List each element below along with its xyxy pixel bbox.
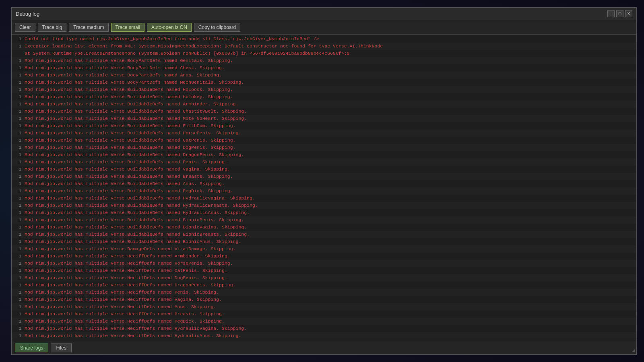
trace-medium-button[interactable]: Trace medium [69,23,108,32]
log-text: Mod rim.job.world has multiple Verse.Dam… [25,246,635,252]
log-row: 1Mod rim.job.world has multiple Verse.Bu… [12,137,636,144]
log-count: 1 [13,144,25,151]
log-text: Mod rim.job.world has multiple Verse.Bui… [25,130,635,136]
log-row: 1Mod rim.job.world has multiple Verse.Bu… [12,86,636,93]
log-count: 1 [13,202,25,209]
log-count: 1 [13,217,25,223]
log-text: Mod rim.job.world has multiple Verse.Bui… [25,94,635,100]
log-row: at System.RuntimeType.CreateInstanceMono… [12,50,636,57]
title-bar: Debug log _ □ X [12,8,636,20]
log-row: 1Mod rim.job.world has multiple Verse.Bo… [12,79,636,86]
log-text: Mod rim.job.world has multiple Verse.Hed… [25,304,635,310]
trace-small-button[interactable]: Trace small [111,23,145,32]
debug-window: Debug log _ □ X Clear Trace big Trace me… [11,7,637,355]
log-row: 1Could not find type named rjw.JobGiver_… [12,35,636,43]
log-count: 1 [13,325,25,332]
log-text: Mod rim.job.world has multiple Verse.Bod… [25,72,635,78]
share-logs-button[interactable]: Share logs [15,343,48,352]
log-content[interactable]: 1Could not find type named rjw.JobGiver_… [12,35,636,341]
log-text: Mod rim.job.world has multiple Verse.Hed… [25,296,635,303]
log-count: 1 [13,260,25,267]
log-count: 1 [13,159,25,165]
log-text: Mod rim.job.world has multiple Verse.Hed… [25,267,635,274]
toolbar: Clear Trace big Trace medium Trace small… [12,20,636,35]
log-count: 1 [13,311,25,317]
log-row: 1Mod rim.job.world has multiple Verse.Bu… [12,122,636,130]
log-row: 1Mod rim.job.world has multiple Verse.Bu… [12,173,636,180]
close-button[interactable]: X [625,10,632,17]
log-text: Mod rim.job.world has multiple Verse.Hed… [25,325,635,332]
log-count: 1 [13,318,25,325]
log-text: Mod rim.job.world has multiple Verse.Bui… [25,239,635,245]
log-row: 1Mod rim.job.world has multiple Verse.Bu… [12,238,636,245]
log-count: 1 [13,246,25,252]
log-count: 1 [13,188,25,194]
log-row: 1Mod rim.job.world has multiple Verse.He… [12,253,636,260]
log-count: 1 [13,181,25,187]
log-row: 1Mod rim.job.world has multiple Verse.He… [12,332,636,339]
log-count: 1 [13,130,25,136]
log-text: Mod rim.job.world has multiple Verse.Hed… [25,333,635,339]
log-count: 1 [13,333,25,339]
log-row: 1Mod rim.job.world has multiple Verse.He… [12,296,636,303]
log-text: Mod rim.job.world has multiple Verse.Bui… [25,137,635,144]
log-row: 1Mod rim.job.world has multiple Verse.He… [12,325,636,332]
log-count: 1 [13,86,25,93]
log-count: 1 [13,65,25,71]
copy-button[interactable]: Copy to clipboard [194,23,240,32]
log-text: Mod rim.job.world has multiple Verse.Hed… [25,260,635,267]
log-count: 1 [13,108,25,115]
log-row: 1Mod rim.job.world has multiple Verse.Bu… [12,158,636,166]
log-text: Mod rim.job.world has multiple Verse.Bui… [25,231,635,238]
auto-open-button[interactable]: Auto-open is ON [147,23,192,32]
log-row: 1Mod rim.job.world has multiple Verse.He… [12,274,636,282]
log-count: 1 [13,231,25,238]
log-count: 1 [13,275,25,281]
window-title: Debug log [16,11,39,17]
log-text: Mod rim.job.world has multiple Verse.Hed… [25,318,635,325]
log-row: 1Mod rim.job.world has multiple Verse.Bo… [12,64,636,72]
log-text: Mod rim.job.world has multiple Verse.Bui… [25,224,635,230]
minimize-button[interactable]: _ [607,10,615,17]
trace-big-button[interactable]: Trace big [38,23,67,32]
maximize-button[interactable]: □ [616,10,623,17]
log-text: Mod rim.job.world has multiple Verse.Hed… [25,253,635,259]
log-row: 1Mod rim.job.world has multiple Verse.Bu… [12,187,636,195]
files-button[interactable]: Files [51,343,71,352]
log-text: Mod rim.job.world has multiple Verse.Bui… [25,173,635,180]
log-count: 1 [13,36,25,42]
log-text: Mod rim.job.world has multiple Verse.Bui… [25,159,635,165]
log-row: 1Mod rim.job.world has multiple Verse.Bu… [12,115,636,122]
log-row: 1Mod rim.job.world has multiple Verse.Bu… [12,144,636,151]
title-controls: _ □ X [607,10,632,17]
log-count: 1 [13,115,25,122]
log-count: 1 [13,72,25,78]
resize-handle[interactable]: ◢ [632,348,635,354]
log-text: Mod rim.job.world has multiple Verse.Hed… [25,311,635,317]
log-text: Mod rim.job.world has multiple Verse.Bui… [25,166,635,173]
log-row: 1Mod rim.job.world has multiple Verse.Bu… [12,209,636,216]
log-text: Mod rim.job.world has multiple Verse.Bui… [25,181,635,187]
log-count: 1 [13,253,25,259]
log-row: 1Mod rim.job.world has multiple Verse.He… [12,267,636,274]
log-row: 1Mod rim.job.world has multiple Verse.Bo… [12,57,636,64]
log-count: 1 [13,43,25,49]
log-text: Mod rim.job.world has multiple Verse.Bui… [25,210,635,216]
log-text: Mod rim.job.world has multiple Verse.Bod… [25,79,635,86]
log-row: 1Mod rim.job.world has multiple Verse.Bu… [12,231,636,238]
log-row: 1Mod rim.job.world has multiple Verse.He… [12,303,636,311]
log-row: 1Mod rim.job.world has multiple Verse.Bu… [12,216,636,224]
log-row: 1Mod rim.job.world has multiple Verse.He… [12,318,636,325]
log-count: 1 [13,152,25,158]
log-row: 1Mod rim.job.world has multiple Verse.Bu… [12,101,636,108]
clear-button[interactable]: Clear [15,23,35,32]
log-text: Mod rim.job.world has multiple Verse.Hed… [25,282,635,288]
log-text: Mod rim.job.world has multiple Verse.Hed… [25,289,635,296]
log-count: 1 [13,239,25,245]
log-count: 1 [13,58,25,64]
log-count: 1 [13,304,25,310]
log-count: 1 [13,289,25,296]
log-row: 1Mod rim.job.world has multiple Verse.Bu… [12,108,636,115]
log-count: 1 [13,296,25,303]
log-row: 1Mod rim.job.world has multiple Verse.Bu… [12,202,636,209]
